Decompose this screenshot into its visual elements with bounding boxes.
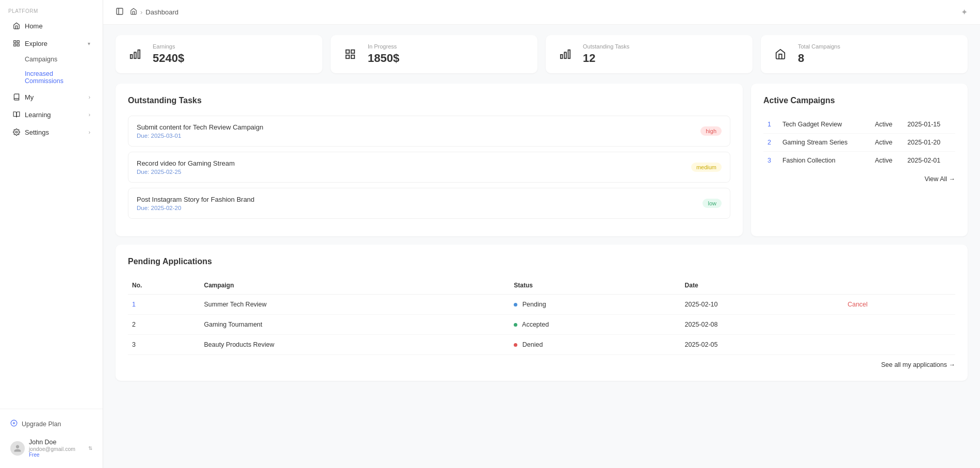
avatar [10,441,25,456]
content-body: Outstanding Tasks Submit content for Tec… [103,73,980,391]
svg-rect-13 [346,50,349,53]
chevron-down-icon: ▾ [88,41,90,46]
app-status-1: Pending [510,295,680,315]
app-date-1: 2025-02-10 [681,295,844,315]
breadcrumb: › Dashboard [130,8,178,17]
svg-rect-12 [130,55,133,58]
sidebar-item-settings[interactable]: Settings › [4,124,99,140]
campaign-status-3: Active [871,152,903,170]
sidebar-sub-commissions-label: Increased Commissions [25,70,90,85]
app-table-header: No. Campaign Status Date [128,277,955,295]
sidebar-toggle-button[interactable] [116,7,124,18]
top-bar-actions: ✦ [961,7,968,17]
campaign-name-3: Fashion Collection [778,152,871,170]
campaign-date-1: 2025-01-15 [903,116,955,134]
user-plan: Free [29,452,84,458]
app-status-label-3: Denied [522,341,543,348]
upgrade-plan-button[interactable]: Upgrade Plan [6,415,96,432]
svg-rect-3 [14,44,16,46]
task-item-2: Record video for Gaming Stream Due: 2025… [128,152,730,183]
pending-applications-title: Pending Applications [128,257,955,266]
sidebar-item-explore-label: Explore [25,40,47,47]
app-row-1: 1 Summer Tech Review Pending 2025-02-10 … [128,295,955,315]
sidebar-item-my[interactable]: My › [4,89,99,105]
app-num-3: 3 [128,335,200,355]
applications-table: No. Campaign Status Date 1 Summer Tech R… [128,277,955,355]
priority-badge-3: low [703,199,722,208]
svg-rect-17 [568,50,570,59]
sidebar-section-label: Platform [0,0,103,17]
col-date: Date [681,277,844,295]
breadcrumb-separator: › [140,8,142,16]
app-campaign-3: Beauty Products Review [200,335,510,355]
status-dot-denied [514,343,517,347]
user-name: John Doe [29,439,84,446]
cancel-button-1[interactable]: Cancel [847,301,868,308]
task-item-3: Post Instagram Story for Fashion Brand D… [128,188,730,219]
stat-card-outstanding-tasks: Outstanding Tasks 12 [546,35,753,73]
earnings-label: Earnings [153,43,184,50]
sidebar-item-home[interactable]: Home [4,18,99,34]
sidebar-sub-item-campaigns[interactable]: Campaigns [4,53,99,66]
sidebar-sub-item-increased-commissions[interactable]: Increased Commissions [4,67,99,88]
main-content: › Dashboard ✦ Earnings 5240$ In Progress [103,0,980,468]
campaign-row-2: 2 Gaming Stream Series Active 2025-01-20 [763,134,955,152]
campaign-num-3: 3 [767,157,771,164]
stats-grid: Earnings 5240$ In Progress 1850$ Outstan… [103,25,980,73]
priority-badge-2: medium [691,163,722,172]
user-info: John Doe jondoe@gmail.com Free [29,439,84,458]
campaign-date-2: 2025-01-20 [903,134,955,152]
task-due-1: Due: 2025-03-01 [137,133,263,139]
app-date-2: 2025-02-08 [681,315,844,335]
app-row-2: 2 Gaming Tournament Accepted 2025-02-08 [128,315,955,335]
svg-point-4 [15,131,18,133]
active-campaigns-section: Active Campaigns 1 Tech Gadget Review Ac… [751,84,968,236]
task-item-1: Submit content for Tech Review Campaign … [128,116,730,147]
breadcrumb-current: Dashboard [145,8,178,16]
settings-icon-button[interactable]: ✦ [961,7,968,17]
task-title-3: Post Instagram Story for Fashion Brand [137,196,254,203]
outstanding-tasks-section: Outstanding Tasks Submit content for Tec… [116,84,743,236]
campaign-status-1: Active [871,116,903,134]
app-date-3: 2025-02-05 [681,335,844,355]
task-due-2: Due: 2025-02-25 [137,169,235,175]
sidebar-item-explore[interactable]: Explore ▾ [4,35,99,52]
in-progress-label: In Progress [368,43,399,50]
svg-rect-18 [564,52,566,58]
app-status-label-2: Accepted [522,321,549,328]
explore-icon [12,39,21,47]
status-dot-accepted [514,323,517,327]
stat-info-total: Total Campaigns 8 [798,43,840,65]
active-campaigns-title: Active Campaigns [763,96,955,105]
earnings-value: 5240$ [153,52,184,65]
view-all-link[interactable]: View All → [763,175,955,183]
app-campaign-1: Summer Tech Review [200,295,510,315]
status-dot-pending [514,303,517,306]
total-campaigns-value: 8 [798,52,840,65]
breadcrumb-home-icon[interactable] [130,8,137,17]
outstanding-value: 12 [583,52,629,65]
my-icon [12,93,21,101]
see-all-label: See all my applications → [881,361,955,368]
col-no: No. [128,277,200,295]
upgrade-icon [10,419,18,428]
user-profile[interactable]: John Doe jondoe@gmail.com Free ⇅ [6,434,96,462]
gear-icon [12,128,21,136]
app-campaign-2: Gaming Tournament [200,315,510,335]
svg-rect-16 [346,55,349,58]
svg-rect-15 [351,55,354,58]
see-all-applications-link[interactable]: See all my applications → [128,361,955,368]
view-all-label: View All → [924,175,955,183]
app-num-2: 2 [128,315,200,335]
task-info-3: Post Instagram Story for Fashion Brand D… [137,196,254,211]
app-status-label-1: Pending [522,301,546,308]
campaign-status-2: Active [871,134,903,152]
upgrade-plan-label: Upgrade Plan [22,421,61,428]
app-action-1: Cancel [843,295,955,315]
sidebar-item-home-label: Home [25,22,43,30]
user-chevron-icon: ⇅ [88,445,92,451]
col-campaign: Campaign [200,277,510,295]
svg-rect-2 [17,44,19,46]
app-action-3 [843,335,955,355]
sidebar-item-learning[interactable]: Learning › [4,106,99,123]
